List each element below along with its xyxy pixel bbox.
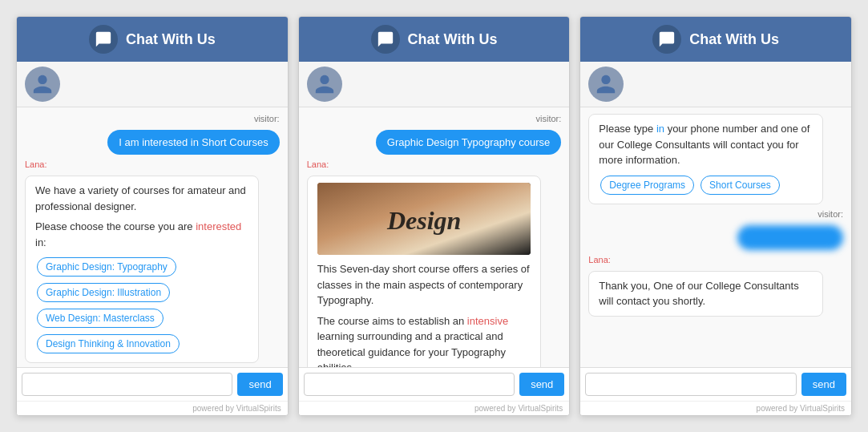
bot-bubble-1a: We have a variety of courses for amateur… bbox=[25, 176, 259, 363]
short-courses-btn[interactable]: Short Courses bbox=[700, 176, 780, 195]
send-button-2[interactable]: send bbox=[519, 373, 564, 396]
bot-text-3a: Please type in your phone number and one… bbox=[599, 121, 812, 168]
chat-input-area-1: send bbox=[17, 367, 288, 401]
bot-text-3b: Thank you, One of our College Consultant… bbox=[599, 278, 812, 309]
course-image: Design bbox=[317, 183, 531, 255]
avatar-2 bbox=[307, 67, 342, 102]
svg-text:Design: Design bbox=[386, 206, 461, 235]
avatar-3 bbox=[588, 67, 624, 102]
course-btn-illustration[interactable]: Graphic Design: Illustration bbox=[37, 283, 170, 302]
send-button-1[interactable]: send bbox=[237, 373, 282, 396]
lana-label-2: Lana: bbox=[307, 159, 562, 169]
chat-messages-1: visitor: I am interested in Short Course… bbox=[17, 107, 288, 367]
powered-by-3: powered by VirtualSpirits bbox=[580, 401, 851, 415]
program-buttons: Degree Programs Short Courses bbox=[599, 173, 812, 197]
chat-input-3[interactable] bbox=[585, 373, 796, 396]
visitor-label-3: visitor: bbox=[588, 209, 843, 219]
chat-header-bar-3 bbox=[580, 62, 851, 107]
visitor-bubble-3-blurred: 0000000000 bbox=[737, 225, 843, 250]
bot-text-1b: Please choose the course you are interes… bbox=[35, 219, 248, 250]
visitor-label-1: visitor: bbox=[25, 114, 280, 123]
degree-programs-btn[interactable]: Degree Programs bbox=[600, 176, 694, 195]
chat-icon-2 bbox=[371, 25, 400, 54]
bot-text-1a: We have a variety of courses for amateur… bbox=[35, 183, 248, 214]
chat-title-3: Chat With Us bbox=[689, 31, 779, 48]
visitor-bubble-2: Graphic Design Typography course bbox=[376, 130, 562, 155]
visitor-label-2: visitor: bbox=[307, 114, 562, 123]
chat-title-2: Chat With Us bbox=[408, 31, 498, 48]
visitor-bubble-1: I am interested in Short Courses bbox=[107, 130, 279, 155]
chat-header-3: Chat With Us bbox=[580, 17, 851, 62]
avatar-1 bbox=[25, 67, 60, 102]
course-btn-webdesign[interactable]: Web Design: Masterclass bbox=[37, 309, 164, 328]
lana-label-1: Lana: bbox=[25, 159, 280, 169]
course-btn-typography[interactable]: Graphic Design: Typography bbox=[37, 257, 176, 277]
chat-title-1: Chat With Us bbox=[126, 31, 216, 48]
chat-icon-1 bbox=[89, 25, 118, 54]
chat-header-bar-1 bbox=[17, 62, 288, 107]
send-button-3[interactable]: send bbox=[801, 373, 846, 396]
powered-by-2: powered by VirtualSpirits bbox=[299, 401, 570, 415]
bot-text-2b: The course aims to establish an intensiv… bbox=[317, 313, 531, 368]
course-btn-design-thinking[interactable]: Design Thinking & Innovation bbox=[37, 334, 180, 353]
chat-input-area-2: send bbox=[299, 367, 570, 401]
bot-bubble-2: Design This Seven-day short course offer… bbox=[307, 176, 541, 367]
chat-input-area-3: send bbox=[580, 367, 851, 401]
chat-messages-3: Please type in your phone number and one… bbox=[580, 107, 851, 367]
chat-widget-1: Chat With Us visitor: I am interested in… bbox=[16, 16, 289, 416]
chat-widget-3: Chat With Us Please type in your phone n… bbox=[579, 16, 852, 416]
chat-icon-3 bbox=[652, 25, 681, 54]
chat-header-1: Chat With Us bbox=[17, 17, 288, 62]
chat-header-bar-2 bbox=[299, 62, 570, 107]
lana-label-3: Lana: bbox=[588, 255, 843, 264]
chat-input-1[interactable] bbox=[22, 373, 232, 396]
bot-bubble-3a: Please type in your phone number and one… bbox=[588, 114, 822, 204]
bot-bubble-3b: Thank you, One of our College Consultant… bbox=[588, 271, 822, 317]
course-buttons-1: Graphic Design: Typography Graphic Desig… bbox=[35, 255, 248, 356]
chat-header-2: Chat With Us bbox=[299, 17, 570, 62]
chat-messages-2: visitor: Graphic Design Typography cours… bbox=[299, 107, 570, 367]
bot-text-2a: This Seven-day short course offers a ser… bbox=[317, 261, 531, 309]
chat-widget-2: Chat With Us visitor: Graphic Design Typ… bbox=[298, 16, 571, 416]
powered-by-1: powered by VirtualSpirits bbox=[17, 401, 288, 415]
chat-input-2[interactable] bbox=[304, 373, 515, 396]
